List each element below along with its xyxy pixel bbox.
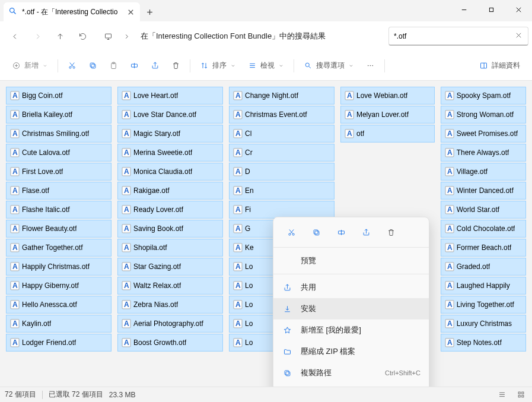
close-tab-button[interactable] — [126, 7, 135, 17]
ctx-copy-button[interactable] — [304, 223, 328, 241]
ctx-zip[interactable]: 壓縮成 ZIP 檔案 — [273, 341, 429, 362]
file-item[interactable]: AShopila.otf — [117, 239, 223, 257]
view-button[interactable]: 檢視 — [242, 55, 290, 77]
file-item[interactable]: AMelyan Lover.otf — [340, 106, 435, 124]
ctx-share-button[interactable] — [354, 223, 378, 241]
file-item[interactable]: AGraded.otf — [441, 258, 526, 276]
search-box[interactable] — [388, 27, 528, 46]
file-item[interactable]: AChange Night.otf — [229, 87, 335, 105]
search-input[interactable] — [394, 32, 509, 40]
address-bar[interactable]: 在「Interesting Collection Font Bundle」中的搜… — [96, 26, 386, 46]
chevron-right-icon — [117, 27, 136, 46]
file-name: Happily Christmas.otf — [22, 262, 90, 271]
file-item[interactable]: ACl — [229, 125, 335, 143]
file-item[interactable]: AStep Notes.otf — [441, 334, 526, 352]
more-button[interactable] — [360, 55, 381, 77]
cut-button[interactable] — [62, 55, 82, 77]
up-button[interactable] — [49, 25, 71, 48]
file-item[interactable]: ALove Star Dance.otf — [117, 106, 223, 124]
breadcrumb-label[interactable]: 在「Interesting Collection Font Bundle」中的搜… — [136, 27, 330, 46]
new-tab-button[interactable] — [140, 2, 159, 21]
ctx-rename-button[interactable] — [329, 223, 353, 241]
file-item[interactable]: AChristmas Smiling.otf — [6, 125, 112, 143]
svg-text:A: A — [235, 281, 241, 290]
sort-button[interactable]: 排序 — [194, 55, 242, 77]
file-item[interactable]: AStar Gazing.otf — [117, 258, 223, 276]
file-item[interactable]: AEn — [229, 182, 335, 200]
file-item[interactable]: AWorld Star.otf — [441, 201, 526, 219]
ctx-favorites[interactable]: 新增至 [我的最愛] — [273, 319, 429, 341]
file-item[interactable]: ALiving Together.otf — [441, 296, 526, 314]
close-window-button[interactable] — [505, 0, 532, 19]
window-tab[interactable]: *.otf - 在「Interesting Collectio — [4, 2, 140, 21]
file-item[interactable]: AMonica Claudia.otf — [117, 163, 223, 181]
file-item[interactable]: AD — [229, 163, 335, 181]
file-item[interactable]: ALodger Friend.otf — [6, 334, 112, 352]
details-pane-button[interactable]: 詳細資料 — [473, 55, 526, 77]
file-item[interactable]: AMagic Stary.otf — [117, 125, 223, 143]
details-view-button[interactable] — [495, 390, 508, 400]
ctx-copypath[interactable]: 複製路徑Ctrl+Shift+C — [273, 362, 429, 384]
file-item[interactable]: AReady Lover.otf — [117, 201, 223, 219]
svg-text:A: A — [124, 186, 129, 195]
file-item[interactable]: ASweet Promises.otf — [441, 125, 526, 143]
file-item[interactable]: AKaylin.otf — [6, 315, 112, 333]
file-item[interactable]: AVillage.otf — [441, 163, 526, 181]
file-item[interactable]: AFi — [229, 201, 335, 219]
file-item[interactable]: AChristmas Event.otf — [229, 106, 335, 124]
clear-search-button[interactable] — [514, 31, 523, 42]
copy-button[interactable] — [82, 55, 103, 77]
file-item[interactable]: AMerina Sweetie.otf — [117, 144, 223, 162]
file-item[interactable]: ALuxury Christmas — [441, 315, 526, 333]
file-item[interactable]: ARakigae.otf — [117, 182, 223, 200]
ctx-preview[interactable]: 預覽 — [273, 250, 429, 271]
svg-text:A: A — [447, 300, 453, 309]
ctx-delete-button[interactable] — [379, 223, 403, 241]
file-item[interactable]: Aotf — [340, 125, 435, 143]
file-item[interactable]: ASpooky Spam.otf — [441, 87, 526, 105]
file-item[interactable]: ACold Chocolate.otf — [441, 220, 526, 238]
file-item[interactable]: ABoost Growth.otf — [117, 334, 223, 352]
file-item[interactable]: AFlase.otf — [6, 182, 112, 200]
rename-button[interactable] — [124, 55, 145, 77]
file-item[interactable]: AStrong Woman.otf — [441, 106, 526, 124]
file-item[interactable]: ACute Lalova.otf — [6, 144, 112, 162]
file-item[interactable]: AFirst Love.otf — [6, 163, 112, 181]
file-item[interactable]: ABigg Coin.otf — [6, 87, 112, 105]
file-item[interactable]: AFlower Beauty.otf — [6, 220, 112, 238]
forward-button[interactable] — [26, 25, 49, 48]
svg-rect-7 — [489, 8, 493, 11]
file-name: Happy Giberny.otf — [22, 281, 79, 290]
file-item[interactable]: AHappy Giberny.otf — [6, 277, 112, 295]
file-item[interactable]: AFormer Beach.otf — [441, 239, 526, 257]
ctx-share[interactable]: 共用 — [273, 277, 429, 298]
file-item[interactable]: AHappily Christmas.otf — [6, 258, 112, 276]
file-item[interactable]: ACr — [229, 144, 335, 162]
tiles-view-button[interactable] — [514, 390, 527, 400]
file-item[interactable]: AFlashe Italic.otf — [6, 201, 112, 219]
file-item[interactable]: AAerial Photography.otf — [117, 315, 223, 333]
file-item[interactable]: ALaughed Happily — [441, 277, 526, 295]
search-options-button[interactable]: 搜尋選項 — [298, 55, 360, 77]
svg-text:A: A — [447, 110, 453, 119]
file-item[interactable]: AHello Anessca.otf — [6, 296, 112, 314]
back-button[interactable] — [4, 25, 26, 48]
delete-button[interactable] — [165, 55, 186, 77]
file-item[interactable]: ALove Webian.otf — [340, 87, 435, 105]
file-item[interactable]: AZebra Nias.otf — [117, 296, 223, 314]
file-item[interactable]: AGather Together.otf — [6, 239, 112, 257]
refresh-button[interactable] — [71, 25, 94, 48]
share-button[interactable] — [145, 55, 165, 77]
file-item[interactable]: ASaving Book.otf — [117, 220, 223, 238]
new-button[interactable]: 新增 — [6, 55, 54, 77]
paste-button[interactable] — [103, 55, 124, 77]
ctx-install[interactable]: 安裝 — [273, 298, 429, 319]
maximize-button[interactable] — [477, 0, 505, 19]
file-item[interactable]: ALove Heart.otf — [117, 87, 223, 105]
file-item[interactable]: ABriella Kailey.otf — [6, 106, 112, 124]
file-item[interactable]: AWinter Danced.otf — [441, 182, 526, 200]
file-item[interactable]: AThere Always.otf — [441, 144, 526, 162]
minimize-button[interactable] — [450, 0, 477, 19]
ctx-cut-button[interactable] — [279, 223, 303, 241]
file-item[interactable]: AWaltz Relax.otf — [117, 277, 223, 295]
